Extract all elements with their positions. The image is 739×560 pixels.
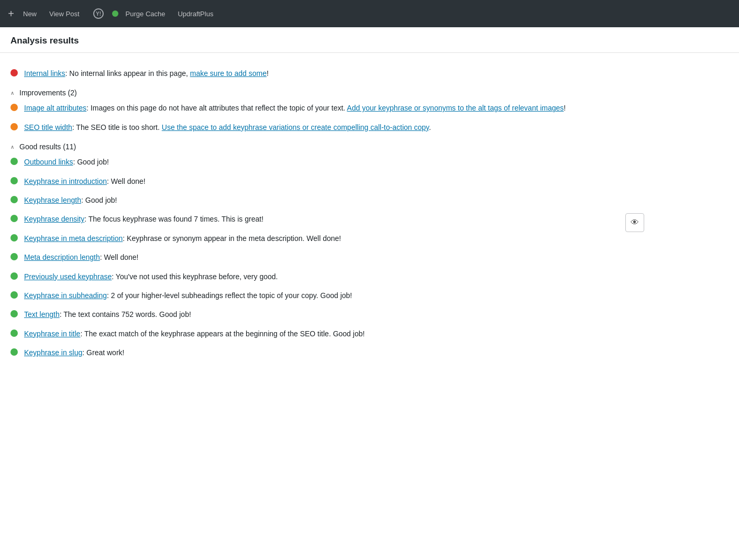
admin-bar: + New View Post Y! Purge Cache UpdraftPl… [0,0,739,27]
keyphrase-intro-link[interactable]: Keyphrase in introduction [24,177,107,185]
internal-links-action-link[interactable]: make sure to add some [190,69,267,78]
list-item: Keyphrase in subheading: 2 of your highe… [10,290,618,301]
chevron-up-icon: ∧ [10,90,14,96]
page-title: Analysis results [0,27,739,53]
result-text: Outbound links: Good job! [24,156,618,168]
image-alt-action-link[interactable]: Add your keyphrase or synonyms to the al… [347,104,564,112]
keyphrase-density-link[interactable]: Keyphrase density [24,215,84,223]
updraftplus-button[interactable]: UpdraftPlus [172,7,218,21]
status-dot-green-10 [10,330,18,337]
keyphrase-length-link[interactable]: Keyphrase length [24,196,81,204]
new-button[interactable]: New [18,7,42,21]
list-item: Keyphrase in introduction: Well done! [10,175,618,187]
status-dot-orange-2 [10,123,18,130]
result-text: Meta description length: Well done! [24,251,618,263]
list-item: Image alt attributes: Images on this pag… [10,102,618,114]
list-item: Outbound links: Good job! [10,156,618,168]
keyphrase-meta-link[interactable]: Keyphrase in meta description [24,234,123,243]
list-item: Keyphrase in slug: Great work! [10,347,618,358]
status-dot-green-2 [10,177,18,184]
status-dot-green-8 [10,291,18,299]
good-results-label: Good results (11) [19,142,76,151]
result-text: SEO title width: The SEO title is too sh… [24,122,618,133]
improvements-toggle[interactable]: ∧ Improvements (2) [10,89,618,97]
purge-cache-button[interactable]: Purge Cache [120,7,171,21]
prev-used-keyphrase-link[interactable]: Previously used keyphrase [24,272,112,281]
status-dot-green-4 [10,215,18,222]
plus-icon: + [6,9,16,18]
result-text: Text length: The text contains 752 words… [24,309,618,320]
keyphrase-subheading-link[interactable]: Keyphrase in subheading [24,291,107,300]
list-item: Text length: The text contains 752 words… [10,309,618,320]
keyphrase-title-link[interactable]: Keyphrase in title [24,330,80,338]
content-area: Internal links: No internal links appear… [0,53,628,374]
status-dot-green-5 [10,234,18,241]
seo-title-action-link[interactable]: Use the space to add keyphrase variation… [162,123,429,131]
list-item: Internal links: No internal links appear… [10,68,618,79]
image-alt-link[interactable]: Image alt attributes [24,104,86,112]
result-text: Keyphrase in meta description: Keyphrase… [24,233,618,244]
eye-icon: 👁 [631,216,639,229]
status-dot-green-9 [10,310,18,317]
list-item: Keyphrase length: Good job! [10,194,618,206]
problems-section: Internal links: No internal links appear… [10,68,618,79]
good-results-section: ∧ Good results (11) Outbound links: Good… [10,142,618,358]
list-item: SEO title width: The SEO title is too sh… [10,122,618,133]
result-text: Keyphrase in introduction: Well done! [24,175,618,187]
result-text: Keyphrase in slug: Great work! [24,347,618,358]
improvements-section: ∧ Improvements (2) Image alt attributes:… [10,89,618,133]
new-label: New [23,10,37,18]
internal-links-link[interactable]: Internal links [24,69,65,78]
status-dot [112,10,118,17]
meta-desc-length-link[interactable]: Meta description length [24,253,100,261]
chevron-up-icon-good: ∧ [10,144,14,150]
yoast-icon-button[interactable]: Y! [87,4,110,23]
view-post-label: View Post [49,10,80,18]
text-length-link[interactable]: Text length [24,310,60,319]
list-item: Keyphrase in title: The exact match of t… [10,328,618,339]
status-dot-green-1 [10,158,18,165]
result-text: Previously used keyphrase: You've not us… [24,271,618,282]
status-dot-green-11 [10,348,18,356]
status-dot-green-7 [10,272,18,280]
status-dot-green-3 [10,196,18,203]
purge-cache-label: Purge Cache [126,10,166,18]
outbound-links-link[interactable]: Outbound links [24,158,73,166]
result-text: Keyphrase in title: The exact match of t… [24,328,618,339]
view-post-button[interactable]: View Post [44,7,85,21]
svg-text:Y!: Y! [96,11,101,17]
list-item: Keyphrase density: The focus keyphrase w… [10,213,618,225]
improvements-label: Improvements (2) [19,89,77,97]
status-dot-orange [10,104,18,111]
status-dot-red [10,69,18,76]
eye-button[interactable]: 👁 [625,213,644,232]
good-results-toggle[interactable]: ∧ Good results (11) [10,142,618,151]
status-dot-green-6 [10,253,18,260]
list-item: Meta description length: Well done! [10,251,618,263]
result-text: Image alt attributes: Images on this pag… [24,102,618,114]
result-text: Keyphrase density: The focus keyphrase w… [24,213,618,225]
result-text: Internal links: No internal links appear… [24,68,618,79]
list-item: Keyphrase in meta description: Keyphrase… [10,233,618,244]
list-item: Previously used keyphrase: You've not us… [10,271,618,282]
yoast-svg-icon: Y! [92,7,105,20]
updraftplus-label: UpdraftPlus [178,10,213,18]
seo-title-link[interactable]: SEO title width [24,123,72,131]
result-text: Keyphrase in subheading: 2 of your highe… [24,290,618,301]
result-text: Keyphrase length: Good job! [24,194,618,206]
keyphrase-slug-link[interactable]: Keyphrase in slug [24,348,82,357]
